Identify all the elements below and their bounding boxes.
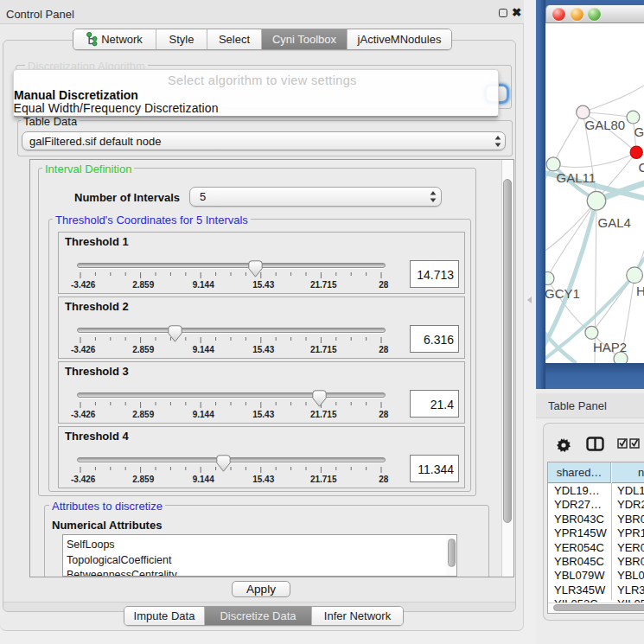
- svg-text:GAL11: GAL11: [557, 170, 596, 185]
- svg-text:GAL80: GAL80: [585, 118, 626, 132]
- svg-text:H: H: [636, 284, 644, 298]
- svg-text:C: C: [639, 160, 644, 175]
- svg-text:GA: GA: [634, 124, 644, 139]
- svg-text:GCY1: GCY1: [545, 286, 580, 301]
- svg-text:HAP2: HAP2: [593, 340, 627, 354]
- svg-text:GAL4: GAL4: [598, 215, 631, 230]
